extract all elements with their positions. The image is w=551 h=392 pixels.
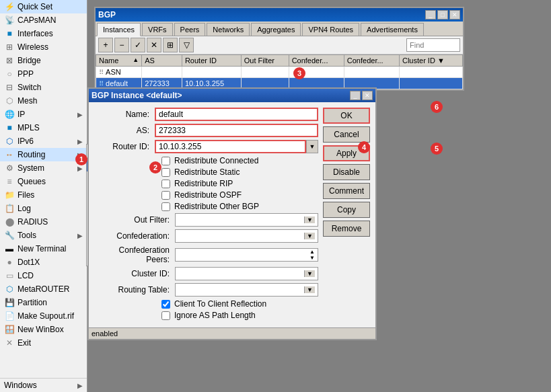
out-filter-dropdown-arrow[interactable]: ▼: [304, 217, 315, 223]
checkbox-static[interactable]: [161, 168, 170, 177]
tab-peers[interactable]: Peers: [174, 23, 206, 36]
remove-button[interactable]: Remove: [323, 221, 370, 237]
tab-instances[interactable]: Instances: [97, 23, 141, 36]
add-btn[interactable]: +: [98, 38, 113, 52]
sidebar-item-switch[interactable]: ⊟ Switch: [0, 81, 87, 94]
row-icon-asn: ⠿: [99, 69, 104, 76]
cluster-id-dropdown-arrow[interactable]: ▼: [304, 270, 315, 277]
router-id-input[interactable]: [155, 140, 306, 153]
sidebar-item-exit[interactable]: ✕ Exit: [0, 336, 87, 350]
checkbox-rip[interactable]: [161, 180, 170, 188]
tab-vpn4routes[interactable]: VPN4 Routes: [302, 23, 359, 36]
tab-networks[interactable]: Networks: [207, 23, 250, 36]
cluster-id-row: Cluster ID: ▼: [94, 267, 318, 280]
lcd-icon: ▭: [4, 270, 15, 281]
cell-router-id: [182, 67, 241, 78]
cluster-id-dropdown[interactable]: ▼: [175, 267, 318, 280]
sidebar-item-new-winbox[interactable]: 🪟 New WinBox: [0, 323, 87, 336]
windows-arrow: ▶: [77, 382, 83, 389]
col-out-filter[interactable]: Out Filter: [241, 55, 289, 67]
ok-button[interactable]: OK: [323, 108, 370, 124]
sidebar-item-metarouter[interactable]: ⬡ MetaROUTER: [0, 282, 87, 296]
sidebar-item-windows[interactable]: Windows ▶: [0, 379, 87, 392]
checkbox-other-bgp[interactable]: [161, 202, 170, 211]
cell-confeder2: [344, 67, 399, 78]
enable-btn[interactable]: ✓: [131, 38, 145, 52]
sidebar-item-queues[interactable]: ≡ Queues: [0, 175, 87, 188]
name-label: Name:: [94, 110, 155, 119]
disable-button[interactable]: Disable: [323, 164, 370, 180]
sidebar-item-mesh[interactable]: ⬡ Mesh: [0, 94, 87, 108]
cancel-button[interactable]: Cancel: [323, 126, 370, 143]
checkbox-connected[interactable]: [161, 157, 170, 165]
cell-as: [142, 67, 182, 78]
sidebar-item-bridge[interactable]: ⊠ Bridge: [0, 54, 87, 67]
sidebar-item-ip[interactable]: 🌐 IP ▶: [0, 108, 87, 121]
filter-btn[interactable]: ▽: [179, 38, 194, 52]
sidebar-item-log[interactable]: 📋 Log: [0, 202, 87, 215]
spinbox-up[interactable]: ▲: [309, 249, 315, 255]
tab-aggregates[interactable]: Aggregates: [251, 23, 301, 36]
sidebar-item-radius[interactable]: ⬤ RADIUS: [0, 215, 87, 229]
checkbox-ospf[interactable]: [161, 191, 170, 200]
router-id-dropdown-btn[interactable]: ▼: [306, 140, 318, 153]
router-id-container: ▼: [155, 140, 318, 153]
routing-table-dropdown-arrow[interactable]: ▼: [304, 286, 315, 293]
confederation-dropdown[interactable]: ▼: [175, 229, 318, 243]
col-confeder1[interactable]: Confeder...: [289, 55, 344, 67]
metarouter-icon: ⬡: [4, 284, 15, 295]
spinbox-down[interactable]: ▼: [309, 255, 315, 261]
bgp-minimize-btn[interactable]: _: [425, 10, 436, 19]
search-input[interactable]: [406, 38, 460, 52]
col-as[interactable]: AS: [142, 55, 182, 67]
col-confeder2[interactable]: Confeder...: [344, 55, 399, 67]
checkbox-ignore-as-path[interactable]: [161, 311, 170, 320]
sidebar-item-new-terminal[interactable]: ▬ New Terminal: [0, 242, 87, 256]
sidebar-item-make-supout[interactable]: 📄 Make Supout.rif: [0, 309, 87, 323]
name-input[interactable]: [155, 108, 318, 121]
tools-icon: 🔧: [4, 230, 15, 241]
confederation-peers-dropdown[interactable]: ▲ ▼: [175, 248, 318, 262]
name-row: Name:: [94, 108, 318, 121]
cell-out-filter: [241, 67, 289, 78]
tab-advertisements[interactable]: Advertisements: [361, 23, 424, 36]
sidebar-item-tools[interactable]: 🔧 Tools ▶: [0, 229, 87, 242]
sidebar-item-system[interactable]: ⚙ System ▶: [0, 161, 87, 175]
disable-btn[interactable]: ✕: [147, 38, 161, 52]
sidebar-item-routing[interactable]: ↔ Routing ▶: [0, 148, 87, 161]
sidebar-item-mpls[interactable]: ■ MPLS: [0, 121, 87, 134]
table-row[interactable]: ⠿ ASN: [96, 67, 463, 78]
sidebar-item-capsman[interactable]: 📡 CAPsMAN: [0, 13, 87, 27]
tab-vrfs[interactable]: VRFs: [142, 23, 173, 36]
cell-cluster-id: [399, 67, 462, 78]
dialog-close-btn[interactable]: ✕: [362, 91, 373, 100]
sidebar-item-partition[interactable]: 💾 Partition: [0, 296, 87, 309]
sidebar-item-quickset[interactable]: ⚡ Quick Set: [0, 0, 87, 13]
copy-button[interactable]: Copy: [323, 202, 370, 218]
sidebar-item-ppp[interactable]: ○ PPP: [0, 67, 87, 81]
remove-btn[interactable]: −: [114, 38, 129, 52]
sidebar-item-ipv6[interactable]: ⬡ IPv6 ▶: [0, 134, 87, 148]
as-input[interactable]: [155, 124, 318, 137]
copy-btn[interactable]: ⊞: [163, 38, 178, 52]
col-cluster-id[interactable]: Cluster ID ▼: [399, 55, 462, 67]
col-router-id[interactable]: Router ID: [182, 55, 241, 67]
sidebar-item-files[interactable]: 📁 Files: [0, 188, 87, 202]
routing-table-dropdown[interactable]: ▼: [175, 283, 318, 297]
confederation-dropdown-arrow[interactable]: ▼: [304, 233, 315, 239]
sidebar-item-interfaces[interactable]: ■ Interfaces: [0, 27, 87, 40]
dot1x-icon: ●: [4, 257, 15, 268]
sidebar-item-wireless[interactable]: ⊞ Wireless: [0, 40, 87, 54]
bgp-table: Name ▲ AS Router ID Out Filter Confeder.…: [96, 54, 463, 89]
checkbox-client-to-client[interactable]: [161, 300, 170, 309]
sidebar-item-dot1x[interactable]: ● Dot1X: [0, 256, 87, 269]
sidebar-item-lcd[interactable]: ▭ LCD: [0, 269, 87, 282]
dialog-minimize-btn[interactable]: _: [350, 91, 361, 100]
interfaces-icon: ■: [4, 28, 15, 39]
comment-button[interactable]: Comment: [323, 183, 370, 199]
bgp-close-btn[interactable]: ✕: [449, 10, 460, 19]
col-name[interactable]: Name ▲: [96, 55, 142, 67]
bgp-maximize-btn[interactable]: □: [437, 10, 448, 19]
out-filter-dropdown[interactable]: ▼: [175, 213, 318, 227]
wireless-icon: ⊞: [4, 42, 15, 52]
